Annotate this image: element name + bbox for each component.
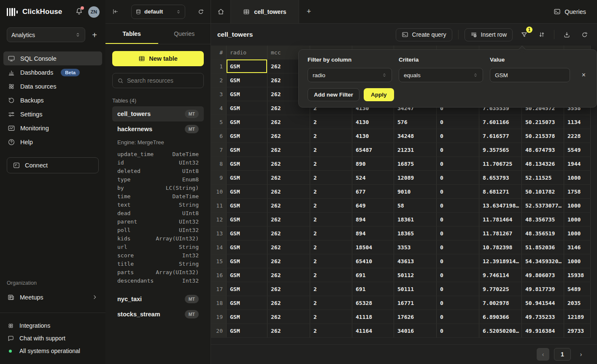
cell-col5[interactable]: 4130: [352, 129, 394, 143]
cell-col9[interactable]: 49.817739: [522, 282, 564, 296]
cell-col10[interactable]: 15938: [564, 268, 591, 282]
cell-col8[interactable]: 13.6347198…: [479, 199, 522, 212]
cell-col4[interactable]: 2: [310, 310, 352, 324]
cell-col5[interactable]: 691: [352, 282, 394, 296]
cell-mcc[interactable]: 262: [267, 115, 310, 129]
tab-cell-towers[interactable]: cell_towers: [231, 0, 299, 23]
cell-col4[interactable]: 2: [310, 240, 352, 254]
sidebar-item-integrations[interactable]: Integrations: [7, 319, 99, 332]
cell-col7[interactable]: 0: [437, 143, 479, 156]
cell-col8[interactable]: 8.681271: [479, 185, 522, 198]
cell-col4[interactable]: 2: [310, 199, 352, 212]
add-workspace-button[interactable]: +: [90, 31, 99, 39]
cell-col5[interactable]: 894: [352, 226, 394, 240]
cell-col6[interactable]: 16875: [394, 157, 437, 170]
cell-col8[interactable]: 7.601166: [479, 115, 522, 129]
cell-col5[interactable]: 4130: [352, 115, 394, 129]
avatar[interactable]: ZN: [88, 6, 100, 18]
sidebar-item-settings[interactable]: Settings: [3, 107, 102, 121]
cell-radio[interactable]: GSM: [227, 101, 267, 115]
cell-col4[interactable]: 2: [310, 254, 352, 268]
refresh-database-icon[interactable]: [197, 8, 204, 15]
cell-col5[interactable]: 65328: [352, 296, 394, 310]
cell-mcc[interactable]: 262: [267, 185, 310, 198]
cell-col4[interactable]: 2: [310, 143, 352, 156]
cell-mcc[interactable]: 262: [267, 157, 310, 170]
cell-col6[interactable]: 3353: [394, 240, 437, 254]
cell-col9[interactable]: 49.735233: [522, 310, 564, 324]
cell-col6[interactable]: 58: [394, 199, 437, 212]
table-list-item-cell-towers[interactable]: cell_towers MT: [112, 106, 204, 121]
cell-mcc[interactable]: 262: [267, 129, 310, 143]
cell-col8[interactable]: 9.357565: [479, 143, 522, 156]
cell-radio[interactable]: GSM: [227, 59, 267, 73]
cell-col8[interactable]: 9.746114: [479, 268, 522, 282]
cell-col10[interactable]: 12189: [564, 310, 591, 324]
sidebar-item-meetups[interactable]: Meetups: [7, 290, 99, 304]
cell-mcc[interactable]: 262: [267, 254, 310, 268]
cell-col8[interactable]: 6.52050200…: [479, 324, 522, 337]
cell-col7[interactable]: 0: [437, 185, 479, 198]
cell-col7[interactable]: 0: [437, 240, 479, 254]
notifications-button[interactable]: [75, 7, 83, 16]
cell-col9[interactable]: 54.3459320…: [522, 254, 564, 268]
cell-col8[interactable]: 7.002978: [479, 296, 522, 310]
cell-col7[interactable]: 0: [437, 268, 479, 282]
cell-col5[interactable]: 41164: [352, 324, 394, 337]
queries-button[interactable]: Queries: [554, 8, 586, 15]
cell-col6[interactable]: 16771: [394, 296, 437, 310]
cell-col7[interactable]: 0: [437, 171, 479, 184]
cell-mcc[interactable]: 262: [267, 324, 310, 337]
tab-tables[interactable]: Tables: [105, 24, 158, 44]
cell-col9[interactable]: 48.356519: [522, 226, 564, 240]
cell-col8[interactable]: 6.890366: [479, 310, 522, 324]
close-icon[interactable]: ×: [582, 72, 586, 78]
cell-col9[interactable]: 52.5373077…: [522, 199, 564, 212]
refresh-button[interactable]: [578, 28, 591, 41]
collapse-panel-icon[interactable]: [112, 8, 119, 15]
cell-radio[interactable]: GSM: [227, 73, 267, 87]
current-page-button[interactable]: 1: [554, 348, 571, 361]
system-status[interactable]: All systems operational: [7, 345, 99, 357]
cell-col4[interactable]: 2: [310, 213, 352, 226]
cell-col10[interactable]: 2035: [564, 296, 591, 310]
cell-col7[interactable]: 0: [437, 296, 479, 310]
cell-col6[interactable]: 34248: [394, 129, 437, 143]
cell-col9[interactable]: 48.674793: [522, 143, 564, 156]
sidebar-item-sql-console[interactable]: SQL Console: [3, 51, 102, 65]
cell-col7[interactable]: 0: [437, 129, 479, 143]
sidebar-item-help[interactable]: Help: [3, 135, 102, 149]
previous-page-button[interactable]: ‹: [537, 348, 549, 361]
cell-col10[interactable]: 1134: [564, 115, 591, 129]
cell-col10[interactable]: 1000: [564, 254, 591, 268]
cell-radio[interactable]: GSM: [227, 87, 267, 101]
cell-col5[interactable]: 894: [352, 213, 394, 226]
cell-col10[interactable]: 1000: [564, 171, 591, 184]
table-list-item-nyc-taxi[interactable]: nyc_taxi MT: [112, 291, 204, 307]
cell-radio[interactable]: GSM: [227, 268, 267, 282]
cell-col5[interactable]: 649: [352, 199, 394, 212]
cell-radio[interactable]: GSM: [227, 226, 267, 240]
insert-row-button[interactable]: Insert row: [465, 28, 513, 41]
cell-radio[interactable]: GSM: [227, 185, 267, 198]
sort-button[interactable]: [535, 28, 548, 41]
cell-col6[interactable]: 43613: [394, 254, 437, 268]
cell-col6[interactable]: 576: [394, 115, 437, 129]
cell-mcc[interactable]: 262: [267, 296, 310, 310]
cell-col4[interactable]: 2: [310, 282, 352, 296]
cell-radio[interactable]: GSM: [227, 199, 267, 212]
cell-col6[interactable]: 17626: [394, 310, 437, 324]
cell-col6[interactable]: 18361: [394, 213, 437, 226]
cell-radio[interactable]: GSM: [227, 282, 267, 296]
cell-col7[interactable]: 0: [437, 226, 479, 240]
cell-col6[interactable]: 18365: [394, 226, 437, 240]
cell-radio[interactable]: GSM: [227, 213, 267, 226]
cell-col5[interactable]: 65487: [352, 143, 394, 156]
cell-col5[interactable]: 691: [352, 268, 394, 282]
sidebar-item-data-sources[interactable]: Data sources: [3, 79, 102, 93]
cell-radio[interactable]: GSM: [227, 115, 267, 129]
cell-col4[interactable]: 2: [310, 268, 352, 282]
cell-col8[interactable]: 11.706725: [479, 157, 522, 170]
cell-col9[interactable]: 50.101782: [522, 185, 564, 198]
filter-button[interactable]: 1: [518, 28, 530, 41]
